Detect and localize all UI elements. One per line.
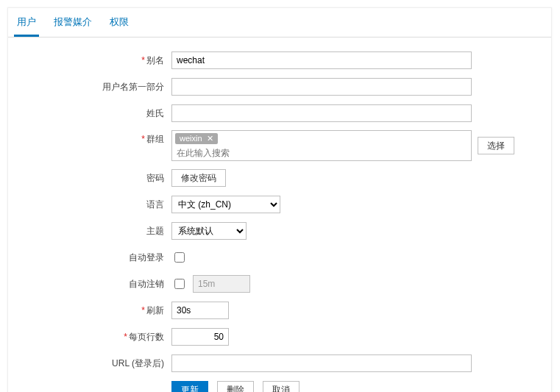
- input-rows[interactable]: [171, 328, 229, 346]
- remove-tag-icon[interactable]: ✕: [207, 134, 213, 143]
- label-theme: 主题: [146, 226, 164, 236]
- label-refresh: *刷新: [24, 304, 171, 317]
- label-autologout: 自动注销: [129, 279, 164, 289]
- input-refresh[interactable]: [171, 302, 229, 319]
- tab-media[interactable]: 报警媒介: [51, 8, 95, 37]
- input-url[interactable]: [171, 354, 472, 372]
- label-password: 密码: [146, 173, 164, 183]
- checkbox-autologin[interactable]: [174, 252, 185, 263]
- select-theme[interactable]: 系统默认: [171, 222, 247, 240]
- input-surname[interactable]: [171, 104, 472, 122]
- select-language[interactable]: 中文 (zh_CN): [171, 196, 280, 213]
- cancel-button[interactable]: 取消: [263, 381, 300, 392]
- label-surname: 姓氏: [146, 108, 164, 118]
- tab-perm[interactable]: 权限: [107, 8, 132, 37]
- delete-button[interactable]: 删除: [217, 381, 254, 392]
- groups-search-input[interactable]: [175, 146, 468, 160]
- select-groups-button[interactable]: 选择: [478, 137, 514, 154]
- form: *别名 用户名第一部分 姓氏 *群组 weixin ✕ 选择: [8, 38, 551, 392]
- group-tag: weixin ✕: [175, 133, 218, 144]
- label-alias: *别名: [24, 54, 171, 67]
- label-language: 语言: [146, 199, 164, 210]
- label-autologin: 自动登录: [129, 252, 164, 263]
- label-rows: *每页行数: [24, 331, 171, 343]
- change-password-button[interactable]: 修改密码: [171, 169, 226, 187]
- tab-bar: 用户 报警媒介 权限: [8, 8, 551, 38]
- label-groups: *群组: [24, 130, 171, 146]
- groups-multiselect[interactable]: weixin ✕: [171, 130, 472, 161]
- label-username-part: 用户名第一部分: [102, 82, 164, 92]
- group-tag-label: weixin: [180, 134, 202, 143]
- label-url: URL (登录后): [112, 358, 164, 368]
- input-alias[interactable]: [171, 51, 472, 69]
- checkbox-autologout[interactable]: [174, 279, 185, 289]
- update-button[interactable]: 更新: [171, 381, 208, 392]
- tab-user[interactable]: 用户: [14, 8, 39, 37]
- input-autologout: [193, 275, 250, 293]
- user-panel: 用户 报警媒介 权限 *别名 用户名第一部分 姓氏 *群组 weixin ✕: [7, 7, 552, 392]
- input-username-part[interactable]: [171, 78, 472, 96]
